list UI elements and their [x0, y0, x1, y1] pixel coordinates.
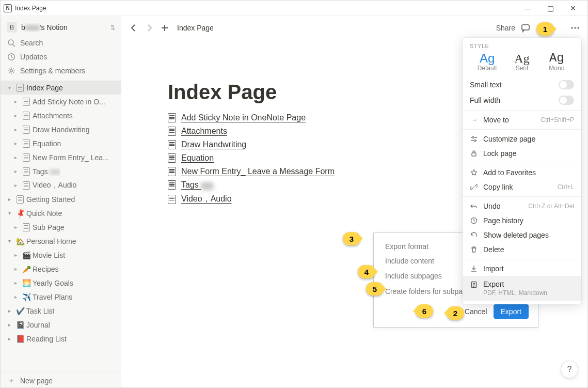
small-text-toggle[interactable] [559, 80, 574, 89]
page-icon: 📓 [15, 320, 25, 330]
lock-page-item[interactable]: Lock page [463, 146, 581, 161]
help-button[interactable]: ? [561, 361, 578, 378]
sidebar-page-item[interactable]: ▸Tags xxx [1, 164, 121, 178]
new-page-top-button[interactable] [158, 22, 171, 34]
settings-item[interactable]: Settings & members [1, 64, 121, 77]
font-serif-option[interactable]: Ag Serif [506, 52, 537, 72]
export-item[interactable]: Export PDF, HTML, Markdown [463, 276, 581, 301]
import-item[interactable]: Import [463, 261, 581, 276]
arrow-right-icon: → [470, 116, 478, 124]
new-page-button[interactable]: ＋ New page [1, 373, 121, 388]
font-mono-option[interactable]: Ag Mono [542, 52, 572, 72]
tree-toggle-icon[interactable]: ▸ [11, 292, 20, 302]
export-format-label: Export format [385, 242, 428, 251]
undo-item[interactable]: Undo Ctrl+Z or Alt+Del [463, 199, 581, 213]
sidebar-page-item[interactable]: ▾🏡Personal Home [1, 234, 121, 248]
tree-toggle-icon[interactable]: ▸ [11, 125, 20, 134]
tree-toggle-icon[interactable]: ▸ [11, 251, 20, 260]
tree-toggle-icon[interactable]: ▸ [11, 181, 20, 190]
tree-toggle-icon[interactable]: ▸ [5, 334, 14, 344]
annotation-5: 5 [366, 282, 384, 296]
sidebar-page-item[interactable]: ▸🎬Movie List [1, 248, 121, 262]
tree-toggle-icon[interactable]: ▾ [5, 237, 14, 246]
window-title: Index Page [15, 5, 46, 12]
sidebar-page-item[interactable]: ▸🥕Recipes [1, 262, 121, 276]
include-subpages-label: Include subpages [385, 272, 442, 280]
sidebar-page-item[interactable]: ▸🌅Yearly Goals [1, 276, 121, 290]
subpage-label: Equation [181, 153, 214, 163]
sidebar-page-item[interactable]: ▸Sub Page [1, 220, 121, 234]
workspace-switcher[interactable]: B bxxxx's Notion ⇅ [1, 19, 121, 36]
back-button[interactable] [128, 22, 140, 34]
style-caption: STYLE [470, 43, 574, 49]
page-label: Yearly Goals [33, 279, 73, 287]
tree-toggle-icon[interactable]: ▸ [11, 111, 20, 120]
svg-point-5 [571, 27, 573, 28]
sidebar: B bxxxx's Notion ⇅ Search Updates [1, 16, 121, 388]
tree-toggle-icon[interactable]: ▸ [5, 320, 14, 330]
restore-icon [470, 231, 478, 239]
titlebar: N Index Page — ▢ ✕ [1, 1, 587, 16]
create-folders-label: Create folders for subpages [385, 287, 474, 296]
updates-item[interactable]: Updates [1, 50, 121, 64]
cancel-button[interactable]: Cancel [465, 307, 487, 316]
move-to-item[interactable]: → Move to Ctrl+Shift+P [463, 113, 581, 127]
tree-toggle-icon[interactable]: ▸ [5, 195, 14, 204]
add-favorites-item[interactable]: Add to Favorites [463, 165, 581, 180]
sidebar-page-item[interactable]: ▸Video，Audio [1, 178, 121, 192]
tree-toggle-icon[interactable]: ▾ [5, 83, 14, 92]
sidebar-page-item[interactable]: ▸Draw Handwriting [1, 122, 121, 136]
sidebar-page-item[interactable]: ▸✈️Travel Plans [1, 290, 121, 304]
sidebar-page-item[interactable]: ▸Getting Started [1, 192, 121, 206]
sidebar-page-item[interactable]: ▸📓Journal [1, 318, 121, 332]
annotation-2: 2 [447, 306, 464, 320]
sidebar-page-item[interactable]: ▾📌Quick Note [1, 206, 121, 220]
maximize-button[interactable]: ▢ [539, 1, 562, 16]
sidebar-page-item[interactable]: ▸New Form Entry_ Lea... [1, 150, 121, 164]
sidebar-page-item[interactable]: ▸Add Sticky Note in O... [1, 95, 121, 108]
tree-toggle-icon[interactable]: ▸ [11, 278, 20, 288]
breadcrumb[interactable]: Index Page [177, 24, 214, 32]
annotation-3: 3 [343, 232, 360, 245]
doc-icon [168, 167, 176, 176]
page-icon [15, 194, 25, 205]
svg-rect-4 [522, 25, 529, 30]
copy-link-item[interactable]: Copy link Ctrl+L [463, 180, 581, 194]
full-width-toggle[interactable] [559, 96, 574, 105]
svg-point-7 [577, 27, 579, 28]
sidebar-page-item[interactable]: ▸Attachments [1, 108, 121, 122]
forward-button[interactable] [143, 22, 155, 34]
tree-toggle-icon[interactable]: ▸ [11, 97, 20, 106]
tree-toggle-icon[interactable]: ▸ [11, 265, 20, 274]
search-item[interactable]: Search [1, 36, 121, 50]
sidebar-page-item[interactable]: ▸Equation [1, 136, 121, 150]
page-history-item[interactable]: Page history [463, 213, 581, 228]
svg-rect-10 [472, 153, 476, 156]
search-icon [7, 38, 16, 48]
sidebar-page-item[interactable]: ▸📕Reading List [1, 332, 121, 346]
sidebar-page-item[interactable]: ▸✔️Task List [1, 304, 121, 318]
more-button[interactable] [569, 22, 581, 34]
comments-icon[interactable] [519, 22, 532, 34]
show-deleted-item[interactable]: Show deleted pages [463, 228, 581, 242]
close-button[interactable]: ✕ [562, 1, 584, 16]
tree-toggle-icon[interactable]: ▾ [5, 209, 14, 218]
new-page-label: New page [20, 377, 53, 385]
tree-toggle-icon[interactable]: ▸ [11, 139, 20, 148]
doc-icon [168, 140, 176, 149]
tree-toggle-icon[interactable]: ▸ [11, 153, 20, 162]
minimize-button[interactable]: — [516, 1, 539, 16]
export-button[interactable]: Export [494, 304, 529, 319]
sidebar-page-item[interactable]: ▾Index Page [1, 81, 121, 95]
subpage-label: Draw Handwriting [181, 140, 246, 149]
share-button[interactable]: Share [496, 24, 515, 32]
tree-toggle-icon[interactable]: ▸ [5, 306, 14, 316]
tree-toggle-icon[interactable]: ▸ [11, 167, 20, 176]
customize-page-item[interactable]: Customize page [463, 132, 581, 146]
font-default-option[interactable]: Ag Default [472, 52, 502, 72]
annotation-4: 4 [358, 265, 375, 278]
delete-item[interactable]: Delete [463, 242, 581, 257]
page-icon: 🥕 [21, 264, 31, 274]
tree-toggle-icon[interactable]: ▸ [11, 223, 20, 232]
subpage-label: Video，Audio [181, 194, 232, 205]
